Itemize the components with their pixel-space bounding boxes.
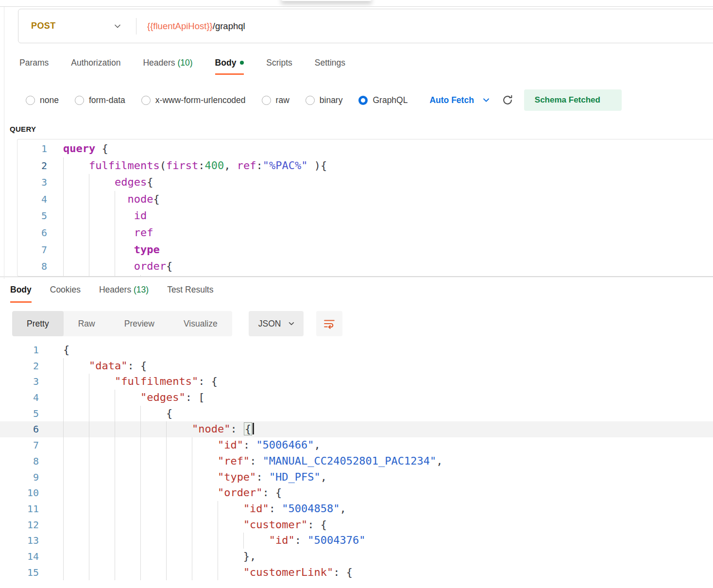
- indent-guide: [89, 501, 89, 517]
- wrap-text-button[interactable]: [316, 311, 342, 336]
- code-line: 3 "fulfilments": {: [0, 374, 713, 390]
- indent-guide: [115, 242, 115, 259]
- indent-guide: [63, 517, 64, 533]
- code-token: :: [269, 502, 282, 515]
- tab-headers[interactable]: Headers (10): [143, 58, 192, 77]
- tab-settings[interactable]: Settings: [315, 58, 345, 77]
- code-line: 9 "type": "HD_PFS",: [0, 469, 713, 485]
- view-pretty[interactable]: Pretty: [12, 311, 64, 336]
- radio-none[interactable]: none: [26, 95, 59, 105]
- refresh-schema-icon[interactable]: [502, 94, 513, 106]
- radio-raw[interactable]: raw: [262, 95, 289, 105]
- graphql-query-editor[interactable]: 1query {2 fulfilments(first:400, ref:"%P…: [17, 139, 713, 277]
- radio-x-www-form-urlencoded[interactable]: x-www-form-urlencoded: [141, 95, 246, 105]
- indent-guide: [89, 437, 89, 453]
- code-content: id: [47, 208, 713, 225]
- indent-guide: [140, 469, 141, 485]
- indent-guide: [63, 469, 64, 485]
- radio-circle-icon: [141, 96, 151, 105]
- method-label: POST: [31, 21, 56, 31]
- query-section-label: QUERY: [10, 125, 713, 133]
- line-number: 6: [0, 421, 39, 437]
- code-token: "5004376": [307, 534, 365, 546]
- indent-guide: [115, 191, 115, 208]
- code-token: {: [153, 193, 159, 205]
- view-preview[interactable]: Preview: [110, 311, 169, 336]
- line-number: 3: [17, 174, 47, 191]
- code-content: ref: [47, 225, 713, 242]
- code-token: {: [63, 344, 69, 356]
- indent-guide: [115, 453, 115, 469]
- code-token: node: [127, 193, 153, 205]
- code-token: [63, 423, 192, 435]
- code-line: 8 "ref": "MANUAL_CC24052801_PAC1234",: [0, 453, 713, 469]
- radio-graphql[interactable]: GraphQL: [358, 95, 407, 105]
- tab-params[interactable]: Params: [19, 58, 49, 77]
- code-line: 10 "order": {: [0, 485, 713, 501]
- response-body-editor[interactable]: 1{2 "data": {3 "fulfilments": {4 "edges"…: [0, 342, 713, 580]
- code-token: {: [166, 260, 172, 272]
- indent-guide: [89, 469, 89, 485]
- format-dropdown[interactable]: JSON: [249, 311, 304, 336]
- pane-divider[interactable]: [0, 277, 713, 277]
- tab-scripts[interactable]: Scripts: [266, 58, 292, 77]
- line-number: 14: [0, 549, 39, 565]
- radio-binary[interactable]: binary: [306, 95, 343, 105]
- indent-guide: [89, 517, 89, 533]
- code-content: "fulfilments": {: [39, 374, 713, 390]
- indent-guide: [63, 533, 64, 549]
- code-line: 4 "edges": [: [0, 390, 713, 406]
- code-token: "HD_PFS": [269, 471, 321, 483]
- code-token: order: [134, 260, 166, 272]
- line-number: 12: [0, 517, 39, 533]
- code-line: 14 },: [0, 549, 713, 565]
- tab-cookies[interactable]: Cookies: [50, 285, 81, 306]
- indent-guide: [218, 565, 218, 581]
- url-divider: [136, 18, 136, 35]
- indent-guide: [140, 453, 141, 469]
- method-selector[interactable]: POST: [18, 21, 121, 31]
- code-token: [63, 243, 134, 256]
- line-number: 7: [0, 437, 39, 453]
- indent-guide: [140, 485, 141, 501]
- view-visualize[interactable]: Visualize: [169, 311, 232, 336]
- code-token: :: [243, 439, 256, 451]
- indent-guide: [63, 242, 64, 259]
- indent-guide: [218, 517, 218, 533]
- code-line: 15 "customerLink": {: [0, 565, 713, 581]
- response-toolbar: Pretty Raw Preview Visualize JSON: [12, 311, 713, 336]
- view-raw[interactable]: Raw: [64, 311, 110, 336]
- code-token: [63, 260, 134, 272]
- code-token: "customerLink": [243, 566, 333, 578]
- indent-guide: [89, 549, 89, 565]
- indent-guide: [89, 174, 89, 191]
- code-content: {: [39, 406, 713, 422]
- radio-circle-icon: [306, 96, 315, 105]
- indent-guide: [115, 390, 115, 406]
- code-token: [63, 502, 243, 515]
- radio-circle-icon: [262, 96, 271, 105]
- indent-guide: [63, 208, 64, 225]
- radio-form-data[interactable]: form-data: [75, 95, 125, 105]
- code-token: [63, 360, 89, 372]
- indent-guide: [192, 517, 192, 533]
- indent-guide: [166, 565, 167, 581]
- line-number: 6: [17, 225, 47, 242]
- line-number: 9: [0, 469, 39, 485]
- indent-guide: [63, 390, 64, 406]
- line-number: 2: [17, 157, 47, 174]
- tab-body[interactable]: Body: [215, 58, 244, 75]
- code-content: "node": {: [39, 421, 713, 437]
- tab-test-results[interactable]: Test Results: [167, 285, 213, 306]
- tab-response-headers[interactable]: Headers (13): [99, 285, 149, 306]
- indent-guide: [166, 533, 167, 549]
- chevron-down-icon: [482, 96, 490, 104]
- code-token: "node": [192, 423, 230, 435]
- code-token: ref: [134, 226, 153, 239]
- tab-authorization[interactable]: Authorization: [71, 58, 120, 77]
- tab-response-body[interactable]: Body: [10, 285, 32, 303]
- code-token: {: [244, 422, 252, 435]
- code-token: ref: [237, 159, 256, 172]
- auto-fetch-dropdown[interactable]: Auto Fetch: [429, 95, 490, 105]
- url-input[interactable]: {{fluentApiHost}}/graphql: [147, 21, 245, 32]
